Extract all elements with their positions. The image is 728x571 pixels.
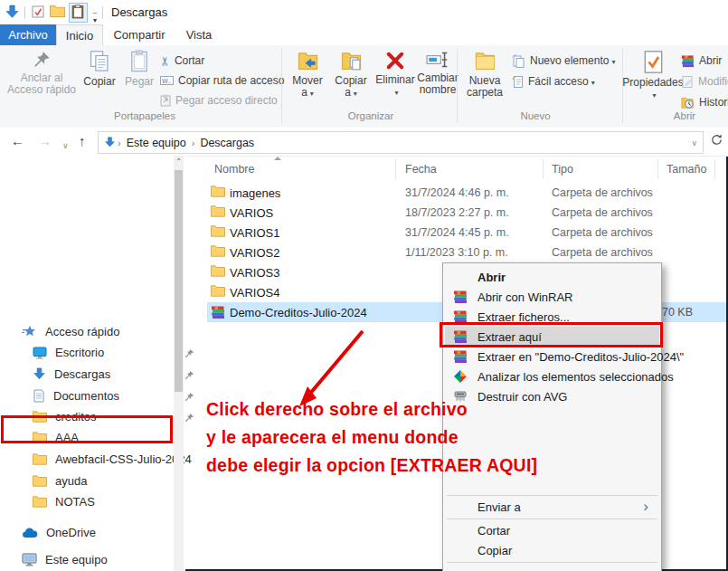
customize-quick-access-icon[interactable] <box>90 8 100 24</box>
tab-vista[interactable]: Vista <box>177 24 221 45</box>
tab-archivo[interactable]: Archivo <box>0 24 56 45</box>
paste-shortcut-icon <box>160 94 171 107</box>
file-row[interactable]: VARIOS 18/7/2023 2:27 p. m. Carpeta de a… <box>207 203 726 223</box>
file-row[interactable]: VARIOS2 1/11/2023 3:10 p. m. Carpeta de … <box>207 243 726 262</box>
column-header-name[interactable]: Nombre <box>214 163 254 176</box>
file-row[interactable]: imagenes 31/7/2024 4:46 p. m. Carpeta de… <box>207 183 726 203</box>
group-label-new: Nuevo <box>477 110 594 121</box>
modify-button[interactable]: Modificar <box>681 72 728 90</box>
new-item-button[interactable]: Nuevo elemento▾ <box>512 52 615 70</box>
svg-text:W: W <box>458 311 461 315</box>
cut-button[interactable]: Cortar <box>160 52 204 70</box>
pushpin-icon <box>32 50 52 70</box>
tab-compartir[interactable]: Compartir <box>109 24 170 45</box>
menu-item-abrir[interactable]: Abrir <box>445 267 659 287</box>
breadcrumb-separator <box>192 138 195 148</box>
sidebar-item-ayuda[interactable]: ayuda <box>33 471 87 491</box>
menu-separator <box>447 562 657 563</box>
folder-icon <box>211 245 225 260</box>
column-divider[interactable] <box>714 159 715 179</box>
svg-text:W: W <box>458 291 461 295</box>
rename-button[interactable]: Cambiar nombre <box>415 50 460 106</box>
delete-x-icon <box>384 50 406 71</box>
scrollbar-thumb[interactable] <box>175 170 183 392</box>
copy-to-button[interactable]: Copiar a▾ <box>330 50 372 106</box>
column-header-date[interactable]: Fecha <box>405 163 437 176</box>
menu-item-cortar[interactable]: Cortar <box>445 520 659 540</box>
folder-icon <box>211 265 225 280</box>
copy-button[interactable]: Copiar <box>80 50 119 106</box>
column-divider[interactable] <box>395 159 396 179</box>
pin-to-quick-access-button[interactable]: Anclar al Acceso rápido <box>5 50 78 106</box>
forward-button[interactable] <box>38 133 52 148</box>
menu-item-extraer-en[interactable]: W Extraer en "Demo-Creditos-Julio-2024\" <box>445 347 659 366</box>
tab-inicio[interactable]: Inicio <box>56 24 103 46</box>
sidebar-item-notas[interactable]: NOTAS <box>33 491 95 512</box>
history-button[interactable]: Historial <box>681 93 728 111</box>
paste-quick-icon[interactable] <box>69 3 88 23</box>
divider <box>102 6 103 19</box>
onedrive-cloud-icon <box>22 528 38 538</box>
menu-item-enviar-a[interactable]: Enviar a <box>445 497 659 517</box>
menu-item-copiar[interactable]: Copiar <box>445 540 659 560</box>
column-header-size[interactable]: Tamaño <box>667 163 706 176</box>
delete-button[interactable]: Eliminar▾ <box>373 50 417 106</box>
pin-icon <box>184 412 194 425</box>
move-to-button[interactable]: Mover a▾ <box>287 50 328 106</box>
sidebar-item-documentos-quick[interactable]: Documentos <box>33 385 119 406</box>
annotation-text: Click derecho sobre el archivo y le apar… <box>206 395 537 480</box>
new-folder-icon <box>474 50 496 72</box>
paste-button[interactable]: Pegar <box>120 50 158 106</box>
new-folder-button[interactable]: Nueva carpeta <box>462 50 507 106</box>
new-folder-quick-icon[interactable] <box>50 5 65 21</box>
sidebar-item-awebfacil[interactable]: Awebfacil-CSS-Julio-2024 <box>33 449 192 470</box>
scissors-icon <box>160 54 170 68</box>
menu-separator <box>447 519 657 519</box>
annotation-line-2: y le aparecera el menu donde <box>206 423 537 452</box>
address-dropdown-chevron[interactable] <box>691 138 697 148</box>
new-item-icon <box>512 54 525 68</box>
column-header-type[interactable]: Tipo <box>552 163 573 176</box>
annotation-line-1: Click derecho sobre el archivo <box>206 395 537 423</box>
window-title: Descargas <box>111 5 167 19</box>
menu-separator <box>447 495 657 496</box>
properties-icon <box>642 50 665 74</box>
copy-path-button[interactable]: W.. Copiar ruta de acceso <box>160 71 284 90</box>
group-label-open: Abrir <box>644 110 725 121</box>
folder-icon <box>33 453 47 465</box>
open-button[interactable]: W Abrir <box>681 52 722 70</box>
sort-ascending-icon <box>274 157 281 160</box>
history-icon <box>681 96 695 109</box>
sidebar-onedrive[interactable]: OneDrive <box>22 522 96 543</box>
paste-shortcut-button[interactable]: Pegar acceso directo <box>160 91 278 109</box>
breadcrumb-this-pc[interactable]: Este equipo <box>127 137 186 149</box>
edit-document-icon <box>681 75 694 89</box>
column-divider[interactable] <box>543 159 544 179</box>
paste-icon <box>129 50 149 73</box>
recent-locations-chevron[interactable] <box>62 136 69 151</box>
copy-to-icon <box>340 50 363 72</box>
refresh-icon[interactable] <box>710 133 723 149</box>
properties-quick-icon[interactable] <box>31 5 45 22</box>
column-divider[interactable] <box>657 159 658 179</box>
menu-item-abrir-con-winrar[interactable]: W Abrir con WinRAR <box>445 287 659 307</box>
back-button[interactable] <box>11 133 24 148</box>
address-breadcrumb[interactable]: Este equipo Descargas <box>98 131 704 154</box>
sidebar-quick-access[interactable]: Acceso rápido <box>22 321 119 342</box>
file-row[interactable]: VARIOS1 31/7/2024 4:45 p. m. Carpeta de … <box>207 223 726 243</box>
sidebar-item-descargas-quick[interactable]: Descargas <box>33 364 110 385</box>
scrollbar-up-arrow[interactable] <box>175 157 183 166</box>
winrar-icon: W <box>453 349 468 366</box>
pin-icon <box>184 391 194 404</box>
properties-button[interactable]: Propiedades▾ <box>628 50 678 106</box>
quick-access-star-icon <box>22 324 37 339</box>
folder-icon <box>33 475 47 487</box>
breadcrumb-current[interactable]: Descargas <box>200 137 254 149</box>
sidebar-item-escritorio[interactable]: Escritorio <box>33 342 104 363</box>
easy-access-button[interactable]: Fácil acceso▾ <box>512 72 595 90</box>
up-button[interactable] <box>79 133 86 148</box>
folder-icon <box>33 496 47 508</box>
sidebar-this-pc[interactable]: Este equipo <box>22 549 108 570</box>
menu-item-analizar-avg[interactable]: Analizar los elementos seleccionados <box>445 366 659 386</box>
folder-icon <box>211 225 225 240</box>
